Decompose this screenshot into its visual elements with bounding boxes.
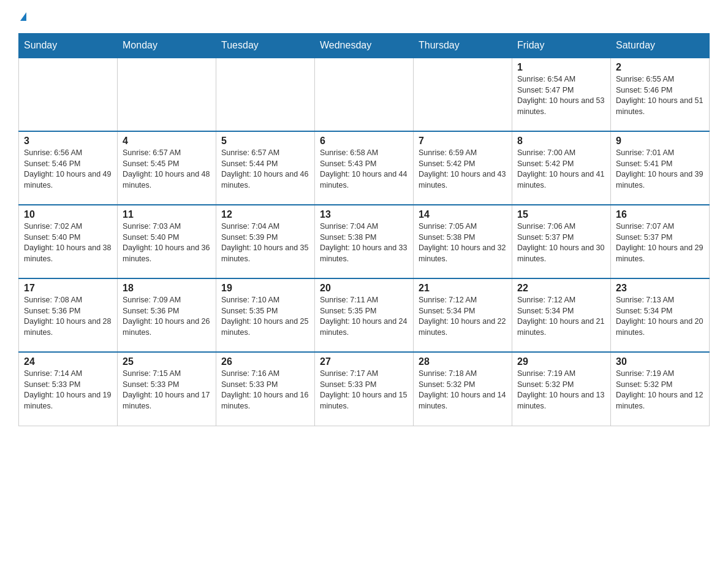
day-info: Sunrise: 7:10 AMSunset: 5:35 PMDaylight:…: [221, 296, 308, 337]
calendar-day-cell: 17Sunrise: 7:08 AMSunset: 5:36 PMDayligh…: [19, 278, 118, 352]
calendar-week-row: 3Sunrise: 6:56 AMSunset: 5:46 PMDaylight…: [19, 131, 710, 205]
day-info: Sunrise: 6:57 AMSunset: 5:44 PMDaylight:…: [221, 148, 308, 190]
calendar-day-cell: 26Sunrise: 7:16 AMSunset: 5:33 PMDayligh…: [216, 352, 315, 426]
day-number: 25: [123, 356, 211, 367]
weekday-header: Wednesday: [315, 34, 414, 58]
calendar-day-cell: 2Sunrise: 6:55 AMSunset: 5:46 PMDaylight…: [611, 58, 710, 131]
weekday-header: Monday: [118, 34, 216, 58]
calendar-week-row: 1Sunrise: 6:54 AMSunset: 5:47 PMDaylight…: [19, 58, 710, 131]
calendar-day-cell: 24Sunrise: 7:14 AMSunset: 5:33 PMDayligh…: [19, 352, 118, 426]
day-info: Sunrise: 7:01 AMSunset: 5:41 PMDaylight:…: [616, 148, 703, 190]
day-number: 12: [221, 209, 309, 220]
calendar-day-cell: 14Sunrise: 7:05 AMSunset: 5:38 PMDayligh…: [414, 205, 512, 278]
calendar-day-cell: 27Sunrise: 7:17 AMSunset: 5:33 PMDayligh…: [315, 352, 414, 426]
calendar-day-cell: 19Sunrise: 7:10 AMSunset: 5:35 PMDayligh…: [216, 278, 315, 352]
calendar-day-cell: 15Sunrise: 7:06 AMSunset: 5:37 PMDayligh…: [512, 205, 611, 278]
day-info: Sunrise: 7:00 AMSunset: 5:42 PMDaylight:…: [517, 148, 604, 190]
calendar-day-cell: 7Sunrise: 6:59 AMSunset: 5:42 PMDaylight…: [414, 131, 512, 205]
day-info: Sunrise: 7:19 AMSunset: 5:32 PMDaylight:…: [517, 369, 604, 410]
calendar-day-cell: 1Sunrise: 6:54 AMSunset: 5:47 PMDaylight…: [512, 58, 611, 131]
calendar-week-row: 17Sunrise: 7:08 AMSunset: 5:36 PMDayligh…: [19, 278, 710, 352]
calendar-day-cell: [19, 58, 118, 131]
calendar-day-cell: [216, 58, 315, 131]
calendar-day-cell: 16Sunrise: 7:07 AMSunset: 5:37 PMDayligh…: [611, 205, 710, 278]
day-info: Sunrise: 7:05 AMSunset: 5:38 PMDaylight:…: [419, 222, 506, 263]
day-number: 6: [320, 136, 408, 147]
day-number: 17: [24, 283, 112, 294]
day-number: 20: [320, 283, 408, 294]
day-info: Sunrise: 7:16 AMSunset: 5:33 PMDaylight:…: [221, 369, 308, 410]
day-number: 10: [24, 209, 112, 220]
calendar-table: SundayMondayTuesdayWednesdayThursdayFrid…: [18, 33, 710, 426]
day-info: Sunrise: 7:13 AMSunset: 5:34 PMDaylight:…: [616, 296, 703, 337]
weekday-header: Saturday: [611, 34, 710, 58]
day-number: 29: [517, 356, 605, 367]
calendar-day-cell: 9Sunrise: 7:01 AMSunset: 5:41 PMDaylight…: [611, 131, 710, 205]
calendar-day-cell: 11Sunrise: 7:03 AMSunset: 5:40 PMDayligh…: [118, 205, 216, 278]
day-number: 13: [320, 209, 408, 220]
day-number: 16: [616, 209, 704, 220]
day-number: 18: [123, 283, 211, 294]
calendar-day-cell: [414, 58, 512, 131]
day-info: Sunrise: 7:12 AMSunset: 5:34 PMDaylight:…: [517, 296, 604, 337]
calendar-day-cell: 20Sunrise: 7:11 AMSunset: 5:35 PMDayligh…: [315, 278, 414, 352]
calendar-day-cell: 23Sunrise: 7:13 AMSunset: 5:34 PMDayligh…: [611, 278, 710, 352]
calendar-day-cell: 22Sunrise: 7:12 AMSunset: 5:34 PMDayligh…: [512, 278, 611, 352]
day-info: Sunrise: 7:09 AMSunset: 5:36 PMDaylight:…: [123, 296, 210, 337]
calendar-day-cell: [315, 58, 414, 131]
calendar-day-cell: 21Sunrise: 7:12 AMSunset: 5:34 PMDayligh…: [414, 278, 512, 352]
day-info: Sunrise: 7:02 AMSunset: 5:40 PMDaylight:…: [24, 222, 111, 263]
day-number: 22: [517, 283, 605, 294]
day-number: 19: [221, 283, 309, 294]
day-info: Sunrise: 7:14 AMSunset: 5:33 PMDaylight:…: [24, 369, 111, 410]
day-number: 26: [221, 356, 309, 367]
calendar-day-cell: 25Sunrise: 7:15 AMSunset: 5:33 PMDayligh…: [118, 352, 216, 426]
day-info: Sunrise: 6:55 AMSunset: 5:46 PMDaylight:…: [616, 75, 703, 116]
day-info: Sunrise: 7:06 AMSunset: 5:37 PMDaylight:…: [517, 222, 604, 263]
day-number: 3: [24, 136, 112, 147]
day-number: 7: [419, 136, 507, 147]
day-number: 21: [419, 283, 507, 294]
calendar-day-cell: 10Sunrise: 7:02 AMSunset: 5:40 PMDayligh…: [19, 205, 118, 278]
calendar-day-cell: [118, 58, 216, 131]
calendar-day-cell: 4Sunrise: 6:57 AMSunset: 5:45 PMDaylight…: [118, 131, 216, 205]
day-info: Sunrise: 6:59 AMSunset: 5:42 PMDaylight:…: [419, 148, 506, 190]
day-info: Sunrise: 7:11 AMSunset: 5:35 PMDaylight:…: [320, 296, 407, 337]
day-info: Sunrise: 6:58 AMSunset: 5:43 PMDaylight:…: [320, 148, 407, 190]
day-info: Sunrise: 7:17 AMSunset: 5:33 PMDaylight:…: [320, 369, 407, 410]
day-info: Sunrise: 7:08 AMSunset: 5:36 PMDaylight:…: [24, 296, 111, 337]
calendar-day-cell: 3Sunrise: 6:56 AMSunset: 5:46 PMDaylight…: [19, 131, 118, 205]
day-number: 28: [419, 356, 507, 367]
weekday-header: Sunday: [19, 34, 118, 58]
weekday-header-row: SundayMondayTuesdayWednesdayThursdayFrid…: [19, 34, 710, 58]
day-number: 15: [517, 209, 605, 220]
day-info: Sunrise: 7:03 AMSunset: 5:40 PMDaylight:…: [123, 222, 210, 263]
day-number: 30: [616, 356, 704, 367]
calendar-week-row: 10Sunrise: 7:02 AMSunset: 5:40 PMDayligh…: [19, 205, 710, 278]
day-info: Sunrise: 7:15 AMSunset: 5:33 PMDaylight:…: [123, 369, 210, 410]
logo-triangle-icon: [20, 12, 26, 21]
day-number: 11: [123, 209, 211, 220]
day-number: 8: [517, 136, 605, 147]
day-number: 27: [320, 356, 408, 367]
day-info: Sunrise: 7:04 AMSunset: 5:39 PMDaylight:…: [221, 222, 308, 263]
day-number: 4: [123, 136, 211, 147]
day-info: Sunrise: 7:07 AMSunset: 5:37 PMDaylight:…: [616, 222, 703, 263]
day-info: Sunrise: 6:56 AMSunset: 5:46 PMDaylight:…: [24, 148, 111, 190]
day-number: 5: [221, 136, 309, 147]
calendar-day-cell: 30Sunrise: 7:19 AMSunset: 5:32 PMDayligh…: [611, 352, 710, 426]
day-info: Sunrise: 7:18 AMSunset: 5:32 PMDaylight:…: [419, 369, 506, 410]
logo: [18, 12, 26, 21]
calendar-day-cell: 28Sunrise: 7:18 AMSunset: 5:32 PMDayligh…: [414, 352, 512, 426]
day-info: Sunrise: 6:57 AMSunset: 5:45 PMDaylight:…: [123, 148, 210, 190]
calendar-day-cell: 8Sunrise: 7:00 AMSunset: 5:42 PMDaylight…: [512, 131, 611, 205]
calendar-week-row: 24Sunrise: 7:14 AMSunset: 5:33 PMDayligh…: [19, 352, 710, 426]
calendar-day-cell: 5Sunrise: 6:57 AMSunset: 5:44 PMDaylight…: [216, 131, 315, 205]
day-number: 14: [419, 209, 507, 220]
calendar-day-cell: 13Sunrise: 7:04 AMSunset: 5:38 PMDayligh…: [315, 205, 414, 278]
day-info: Sunrise: 6:54 AMSunset: 5:47 PMDaylight:…: [517, 75, 604, 116]
calendar-day-cell: 18Sunrise: 7:09 AMSunset: 5:36 PMDayligh…: [118, 278, 216, 352]
day-number: 23: [616, 283, 704, 294]
calendar-day-cell: 6Sunrise: 6:58 AMSunset: 5:43 PMDaylight…: [315, 131, 414, 205]
weekday-header: Friday: [512, 34, 611, 58]
